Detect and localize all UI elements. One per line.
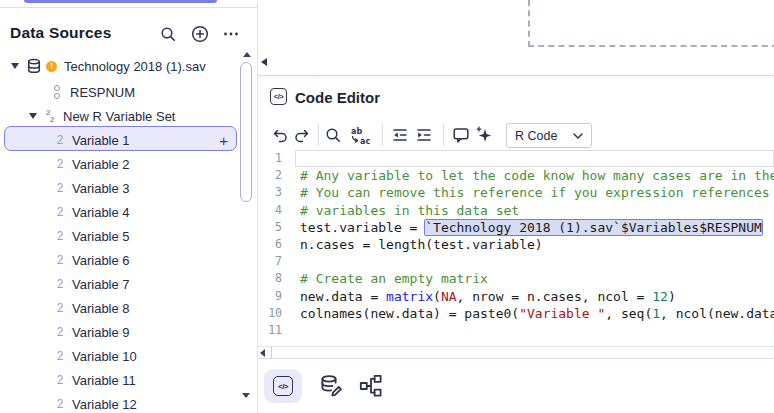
line-number-4: 4 xyxy=(258,202,282,219)
variable-diagram-tab[interactable] xyxy=(352,369,390,403)
tree-item-variable-1[interactable]: 2Variable 1+ xyxy=(0,128,238,152)
comment-icon[interactable] xyxy=(450,124,472,146)
tree-item-label: Variable 11 xyxy=(72,373,136,388)
code-icon: </> xyxy=(270,88,287,105)
tree-item-variable-6[interactable]: 2Variable 6 xyxy=(0,248,238,272)
outdent-icon[interactable] xyxy=(389,124,411,146)
code-editor-tab-icon: </> xyxy=(273,376,293,396)
data-editor-tab[interactable] xyxy=(313,369,351,403)
tree-scroll-down-arrow[interactable] xyxy=(242,393,250,398)
ai-sparkle-icon[interactable] xyxy=(473,124,495,146)
page-dashed-border xyxy=(528,0,774,47)
scroll-left-arrow[interactable] xyxy=(260,349,265,357)
id-variable-icon xyxy=(50,85,64,99)
numeric-variable-icon: 2 xyxy=(53,301,67,315)
search-icon[interactable] xyxy=(159,25,177,43)
tree-item-variable-2[interactable]: 2Variable 2 xyxy=(0,152,238,176)
code-editor-textarea[interactable]: 12# Any variable to let the code know ho… xyxy=(258,150,774,346)
variable-diagram-tab-icon xyxy=(359,374,383,398)
line-number-2: 2 xyxy=(258,167,282,184)
horizontal-scrollbar[interactable] xyxy=(258,346,774,358)
code-line-2: # Any variable to let the code know how … xyxy=(300,167,774,184)
line-number-11: 11 xyxy=(258,322,282,339)
tree-scroll-up-arrow[interactable] xyxy=(243,52,251,57)
numeric-variable-icon: 2 xyxy=(53,181,67,195)
add-variable-icon[interactable]: + xyxy=(219,132,228,149)
tree-item-variable-9[interactable]: 2Variable 9 xyxy=(0,320,238,344)
data-sources-title: Data Sources xyxy=(10,24,111,42)
tree-item-technology-2018-1-sav[interactable]: !Technology 2018 (1).sav xyxy=(0,54,238,78)
numeric-variable-icon: 2 xyxy=(53,253,67,267)
tree-item-variable-12[interactable]: 2Variable 12 xyxy=(0,392,238,413)
numeric-variable-icon: 2 xyxy=(53,373,67,387)
redo-icon[interactable] xyxy=(291,124,313,146)
app-window: Data Sources !Technology 2018 (1).savRES… xyxy=(0,0,774,413)
sidebar-top-divider xyxy=(0,7,257,8)
tree-item-label: Variable 10 xyxy=(72,349,137,364)
tree-item-label: Variable 4 xyxy=(72,205,130,220)
numeric-variable-icon: 2 xyxy=(53,157,67,171)
tree-item-respnum[interactable]: RESPNUM xyxy=(0,80,238,104)
code-editor-tab[interactable]: </> xyxy=(264,369,302,403)
current-line-highlight xyxy=(295,150,774,167)
toolbar-separator xyxy=(318,124,319,146)
numeric-variable-icon: 2 xyxy=(53,349,67,363)
code-line-6: n.cases = length(test.variable) xyxy=(300,236,543,253)
tree-item-variable-7[interactable]: 2Variable 7 xyxy=(0,272,238,296)
line-number-8: 8 xyxy=(258,270,282,287)
tree-item-label: Variable 12 xyxy=(72,397,137,412)
line-number-1: 1 xyxy=(258,150,282,167)
tree-item-label: Variable 1 xyxy=(72,133,130,148)
find-replace-icon[interactable]: ab ac xyxy=(348,124,374,146)
numeric-variable-icon: 2 xyxy=(53,133,67,147)
tree-item-label: Variable 8 xyxy=(72,301,130,316)
code-line-9: new.data = matrix(NA, nrow = n.cases, nc… xyxy=(300,288,676,305)
numeric-variable-icon: 2 xyxy=(53,397,67,411)
undo-icon[interactable] xyxy=(269,124,291,146)
more-options-icon[interactable] xyxy=(222,25,240,43)
add-data-source-icon[interactable] xyxy=(191,25,209,43)
tree-item-variable-11[interactable]: 2Variable 11 xyxy=(0,368,238,392)
tree-item-new-r-variable-set[interactable]: 22New R Variable Set xyxy=(0,104,238,128)
language-dropdown[interactable]: R Code xyxy=(506,123,592,148)
warning-badge-icon: ! xyxy=(46,61,57,72)
tree-item-label: Variable 6 xyxy=(72,253,130,268)
tree-item-label: Variable 5 xyxy=(72,229,130,244)
line-number-10: 10 xyxy=(258,305,282,322)
toolbar-separator xyxy=(382,124,383,146)
chevron-expanded-icon[interactable] xyxy=(29,113,37,119)
line-number-6: 6 xyxy=(258,236,282,253)
database-icon xyxy=(26,58,42,74)
language-dropdown-value: R Code xyxy=(515,129,563,143)
tree-item-label: Variable 9 xyxy=(72,325,130,340)
code-line-10: colnames(new.data) = paste0("Variable ",… xyxy=(300,305,774,322)
tree-scrollbar-thumb[interactable] xyxy=(240,62,252,202)
tree-item-label: RESPNUM xyxy=(70,85,135,100)
scrollbar-separator xyxy=(271,347,272,358)
collapse-panel-icon[interactable] xyxy=(261,58,267,66)
line-number-9: 9 xyxy=(258,288,282,305)
tree-item-label: Variable 2 xyxy=(72,157,130,172)
indent-icon[interactable] xyxy=(413,124,435,146)
tree-item-variable-5[interactable]: 2Variable 5 xyxy=(0,224,238,248)
r-variable-set-icon: 22 xyxy=(44,108,58,124)
chevron-expanded-icon[interactable] xyxy=(11,63,19,69)
code-editor-title: Code Editor xyxy=(295,89,380,106)
code-line-3: # You can remove this reference if you e… xyxy=(300,184,774,201)
tree-item-label: Technology 2018 (1).sav xyxy=(64,59,206,74)
chevron-down-icon xyxy=(573,133,583,139)
tree-item-variable-3[interactable]: 2Variable 3 xyxy=(0,176,238,200)
tree-item-variable-10[interactable]: 2Variable 10 xyxy=(0,344,238,368)
find-icon[interactable] xyxy=(322,124,344,146)
code-line-4: # variables in this data set xyxy=(300,202,519,219)
code-line-5: test.variable = `Technology 2018 (1).sav… xyxy=(300,219,762,236)
numeric-variable-icon: 2 xyxy=(53,325,67,339)
numeric-variable-icon: 2 xyxy=(53,205,67,219)
code-line-8: # Create an empty matrix xyxy=(300,270,488,287)
tree-item-variable-4[interactable]: 2Variable 4 xyxy=(0,200,238,224)
line-number-5: 5 xyxy=(258,219,282,236)
numeric-variable-icon: 2 xyxy=(53,277,67,291)
line-number-7: 7 xyxy=(258,253,282,270)
toolbar-separator xyxy=(443,124,444,146)
tree-item-variable-8[interactable]: 2Variable 8 xyxy=(0,296,238,320)
